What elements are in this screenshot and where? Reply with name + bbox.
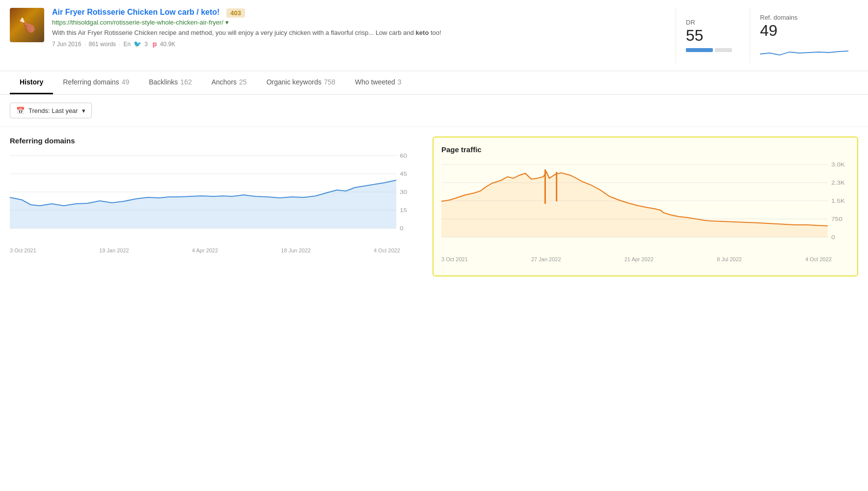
page-traffic-chart-area: 3.0K 2.3K 1.5K 750 0 3 Oct 2021 27 Jan 2…: [441, 160, 849, 268]
dr-value: 55: [686, 27, 732, 44]
tab-backlinks[interactable]: Backlinks162: [139, 71, 202, 94]
article-title-row: Air Fryer Rotisserie Chicken Low carb / …: [52, 8, 668, 18]
referring-domains-chart-area: 60 45 30 15 0 3 Oct 2021 19 Jan 2022 4 A…: [10, 151, 418, 259]
tab-backlinks-count: 162: [180, 78, 191, 86]
article-url[interactable]: https://thisoldgal.com/rotisserie-style-…: [52, 19, 668, 26]
svg-text:30: 30: [400, 189, 407, 195]
svg-text:750: 750: [831, 216, 842, 222]
referring-domains-chart-title: Referring domains: [10, 136, 418, 145]
svg-text:3.0K: 3.0K: [831, 162, 845, 168]
ref-domains-label: Ref. domains: [760, 14, 848, 21]
x-label-1: 3 Oct 2021: [10, 247, 36, 253]
dropdown-arrow-icon[interactable]: ▾: [225, 19, 229, 26]
svg-text:2.3K: 2.3K: [831, 180, 845, 186]
article-meta: 7 Jun 2016 · 861 words · En 🐦 3 𝕡 40.9K: [52, 40, 668, 48]
trend-label: Trends: Last year: [28, 107, 78, 114]
article-info: Air Fryer Rotisserie Chicken Low carb / …: [52, 8, 668, 63]
sparkline-svg: [760, 43, 848, 63]
svg-marker-5: [10, 180, 396, 228]
ref-domains-panel: Ref. domains 49: [750, 8, 858, 63]
thumbnail-image: 🍗: [10, 8, 44, 42]
traffic-x-label-4: 8 Jul 2022: [717, 256, 742, 262]
article-thumbnail: 🍗: [10, 8, 44, 42]
svg-text:60: 60: [400, 153, 407, 159]
tab-referring-domains[interactable]: Referring domains49: [53, 71, 139, 94]
x-label-2: 19 Jan 2022: [99, 247, 129, 253]
x-label-5: 4 Oct 2022: [374, 247, 400, 253]
ref-domains-value: 49: [760, 22, 848, 39]
tab-who-tweeted-count: 3: [398, 78, 402, 86]
pinterest-count: 40.9K: [160, 41, 175, 48]
page-traffic-svg: 3.0K 2.3K 1.5K 750 0: [441, 160, 849, 253]
twitter-icon: 🐦: [134, 40, 141, 48]
pinterest-icon: 𝕡: [153, 40, 157, 48]
referring-domains-svg: 60 45 30 15 0: [10, 151, 418, 244]
article-description: With this Air Fryer Rotisserie Chicken r…: [52, 28, 668, 38]
x-label-4: 18 Jun 2022: [281, 247, 311, 253]
article-lang: En: [123, 41, 131, 48]
x-label-3: 4 Apr 2022: [192, 247, 218, 253]
article-words: 861 words: [89, 41, 116, 48]
page-traffic-x-axis: 3 Oct 2021 27 Jan 2022 21 Apr 2022 8 Jul…: [441, 256, 849, 262]
referring-domains-x-axis: 3 Oct 2021 19 Jan 2022 4 Apr 2022 18 Jun…: [10, 247, 418, 253]
ref-domains-sparkline: [760, 43, 848, 63]
svg-text:0: 0: [831, 234, 835, 241]
tab-referring-domains-count: 49: [122, 78, 130, 86]
traffic-x-label-1: 3 Oct 2021: [441, 256, 468, 262]
twitter-count: 3: [144, 41, 148, 48]
tab-anchors-count: 25: [239, 78, 247, 86]
svg-text:0: 0: [400, 225, 404, 232]
page-traffic-chart-title: Page traffic: [441, 145, 849, 154]
traffic-x-label-3: 21 Apr 2022: [624, 256, 653, 262]
traffic-x-label-2: 27 Jan 2022: [531, 256, 561, 262]
traffic-x-label-5: 4 Oct 2022: [805, 256, 832, 262]
tab-anchors[interactable]: Anchors25: [202, 71, 257, 94]
article-badge: 403: [226, 8, 245, 18]
referring-domains-chart: Referring domains 60 45 30 15 0: [10, 136, 418, 259]
article-card: 🍗 Air Fryer Rotisserie Chicken Low carb …: [0, 0, 868, 71]
svg-text:1.5K: 1.5K: [831, 198, 845, 204]
tab-history[interactable]: History: [10, 71, 53, 94]
dr-label: DR: [686, 19, 732, 26]
article-date: 7 Jun 2016: [52, 41, 81, 48]
trend-filter-button[interactable]: 📅 Trends: Last year ▾: [10, 103, 92, 118]
tab-organic-keywords[interactable]: Organic keywords758: [257, 71, 345, 94]
page-traffic-chart: Page traffic 3.0K 2.3K 1.5K: [433, 136, 858, 276]
svg-text:15: 15: [400, 207, 407, 214]
charts-area: Referring domains 60 45 30 15 0: [0, 127, 868, 286]
filters-row: 📅 Trends: Last year ▾: [0, 95, 868, 127]
dr-bar-filled: [686, 48, 713, 52]
tab-organic-keywords-count: 758: [324, 78, 335, 86]
calendar-icon: 📅: [16, 107, 25, 114]
dr-bar: [686, 48, 732, 52]
article-url-row: https://thisoldgal.com/rotisserie-style-…: [52, 19, 668, 26]
tab-who-tweeted[interactable]: Who tweeted3: [345, 71, 411, 94]
tabs-bar: History Referring domains49 Backlinks162…: [0, 71, 868, 95]
article-title[interactable]: Air Fryer Rotisserie Chicken Low carb / …: [52, 8, 219, 16]
dropdown-icon: ▾: [82, 107, 85, 114]
dr-bar-empty: [715, 48, 732, 52]
dr-panel: DR 55: [676, 8, 742, 63]
svg-text:45: 45: [400, 171, 407, 177]
